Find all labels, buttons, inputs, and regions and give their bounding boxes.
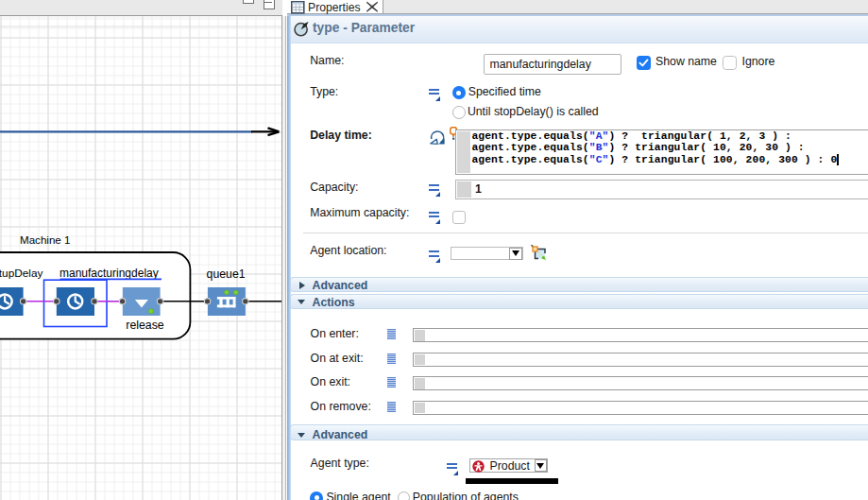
- svg-text:Machine 1: Machine 1: [20, 233, 71, 246]
- svg-text:release: release: [126, 319, 163, 332]
- svg-text:queue1: queue1: [207, 267, 246, 281]
- svg-text:manufacturingdelay: manufacturingdelay: [60, 267, 159, 280]
- svg-text:setupDelay: setupDelay: [0, 267, 43, 280]
